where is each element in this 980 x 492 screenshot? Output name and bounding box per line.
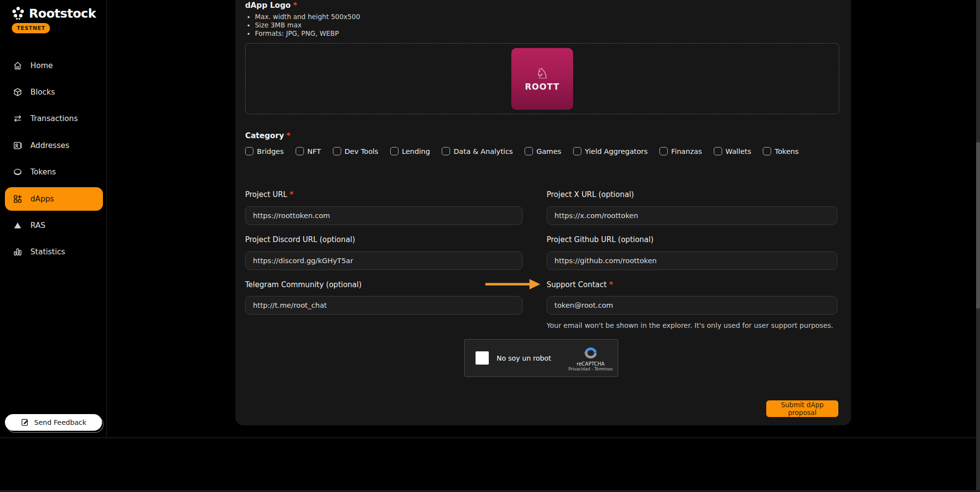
contact-card-icon <box>13 141 23 150</box>
brand-name: Rootstock <box>29 6 96 21</box>
checkbox-icon[interactable] <box>333 147 341 155</box>
category-label: Category* <box>245 131 290 140</box>
send-feedback-button[interactable]: Send Feedback <box>5 414 102 431</box>
sidebar-item-ras[interactable]: RAS <box>5 215 103 236</box>
footer: Built by RootstockLabs Copyright © 2026 … <box>0 438 980 492</box>
category-checkbox-finanzas[interactable]: Finanzas <box>659 147 702 155</box>
project-url-input[interactable] <box>245 206 523 225</box>
checkbox-icon[interactable] <box>296 147 304 155</box>
sidebar-item-transactions[interactable]: Transactions <box>5 108 103 129</box>
home-icon <box>13 61 23 71</box>
required-marker: * <box>286 131 290 140</box>
sidebar-item-statistics[interactable]: Statistics <box>5 241 103 263</box>
project-discord-url-label: Project Discord URL (optional) <box>245 235 355 244</box>
recaptcha-branding: reCAPTCHA Privacidad - Términos <box>568 345 613 371</box>
recaptcha-checkbox[interactable] <box>476 351 489 365</box>
checkbox-icon[interactable] <box>442 147 450 155</box>
checkbox-icon[interactable] <box>763 147 771 155</box>
sidebar-item-home[interactable]: Home <box>5 55 103 76</box>
logo-rules-list: Max. width and height 500x500 Size 3MB m… <box>255 13 360 38</box>
support-contact-helper-text: Your email won't be shown in the explore… <box>547 321 833 329</box>
category-options-row: Bridges NFT Dev Tools Lending Data & Ana… <box>245 147 799 155</box>
category-checkbox-data-analytics[interactable]: Data & Analytics <box>442 147 513 155</box>
dapp-logo-label: dApp Logo* <box>245 1 297 10</box>
knight-chess-icon: ♘ <box>536 66 549 81</box>
checkbox-icon[interactable] <box>573 147 581 155</box>
logo-rule: Formats: JPG, PNG, WEBP <box>255 29 360 38</box>
send-feedback-label: Send Feedback <box>34 418 86 426</box>
checkbox-icon[interactable] <box>659 147 668 155</box>
dapp-form-panel: dApp Logo* Max. width and height 500x500… <box>235 0 851 425</box>
sidebar-item-addresses[interactable]: Addresses <box>5 135 103 156</box>
category-checkbox-dev-tools[interactable]: Dev Tools <box>333 147 378 155</box>
category-checkbox-yield-aggregators[interactable]: Yield Aggregators <box>573 147 648 155</box>
vertical-scrollbar-track[interactable] <box>976 0 980 492</box>
checkbox-icon[interactable] <box>245 147 253 155</box>
required-marker: * <box>609 280 613 289</box>
bar-chart-icon <box>13 247 23 257</box>
horizontal-scrollbar-track[interactable] <box>0 490 980 492</box>
page: Rootstock TESTNET Home Blocks Transactio… <box>0 0 980 492</box>
swap-arrows-icon <box>13 114 23 123</box>
project-x-url-input[interactable] <box>547 206 837 225</box>
checkbox-icon[interactable] <box>525 147 533 155</box>
sidebar-item-dapps[interactable]: dApps <box>5 187 103 211</box>
category-checkbox-nft[interactable]: NFT <box>296 147 321 155</box>
testnet-badge: TESTNET <box>12 23 50 33</box>
project-github-url-label: Project Github URL (optional) <box>547 235 653 244</box>
recaptcha-logo-icon <box>582 345 599 361</box>
recaptcha-privacy-terms-links[interactable]: Privacidad - Términos <box>568 367 613 371</box>
project-discord-url-input[interactable] <box>245 251 523 270</box>
support-contact-label: Support Contact* <box>547 280 613 289</box>
category-checkbox-bridges[interactable]: Bridges <box>245 147 284 155</box>
category-checkbox-wallets[interactable]: Wallets <box>714 147 752 155</box>
telegram-community-label: Telegram Community (optional) <box>245 280 362 289</box>
checkbox-icon[interactable] <box>714 147 722 155</box>
required-marker: * <box>293 1 297 10</box>
sidebar: Rootstock TESTNET Home Blocks Transactio… <box>0 0 107 438</box>
logo-rule: Max. width and height 500x500 <box>255 13 360 21</box>
logo-rule: Size 3MB max <box>255 21 360 29</box>
category-checkbox-tokens[interactable]: Tokens <box>763 147 799 155</box>
feedback-icon <box>21 418 29 427</box>
submit-dapp-proposal-button[interactable]: Submit dApp proposal <box>766 400 838 417</box>
coin-icon <box>13 167 23 177</box>
telegram-community-input[interactable] <box>245 296 523 315</box>
vertical-scrollbar-thumb[interactable] <box>976 142 980 309</box>
brand-logo[interactable]: Rootstock <box>11 6 96 21</box>
sidebar-item-blocks[interactable]: Blocks <box>5 81 103 103</box>
checkbox-icon[interactable] <box>390 147 399 155</box>
recaptcha-widget: No soy un robot reCAPTCHA Privacidad - T… <box>464 339 618 377</box>
category-checkbox-games[interactable]: Games <box>525 147 561 155</box>
grid-plus-icon <box>13 194 23 204</box>
sidebar-item-tokens[interactable]: Tokens <box>5 161 103 183</box>
pointer-arrow <box>485 278 540 291</box>
recaptcha-brand-text: reCAPTCHA <box>577 361 604 367</box>
support-contact-input[interactable] <box>547 296 837 315</box>
project-github-url-input[interactable] <box>547 251 837 270</box>
triangle-icon <box>13 221 23 230</box>
cube-icon <box>13 87 23 97</box>
logo-upload-dropzone[interactable]: ♘ ROOTT <box>245 43 839 114</box>
project-x-url-label: Project X URL (optional) <box>547 190 634 199</box>
category-checkbox-lending[interactable]: Lending <box>390 147 430 155</box>
project-url-label: Project URL* <box>245 190 294 199</box>
rootstock-flower-icon <box>11 6 25 21</box>
recaptcha-checkbox-label: No soy un robot <box>497 354 551 362</box>
required-marker: * <box>290 190 294 199</box>
dapp-logo-preview: ♘ ROOTT <box>511 48 573 110</box>
logo-preview-text: ROOTT <box>525 82 560 92</box>
